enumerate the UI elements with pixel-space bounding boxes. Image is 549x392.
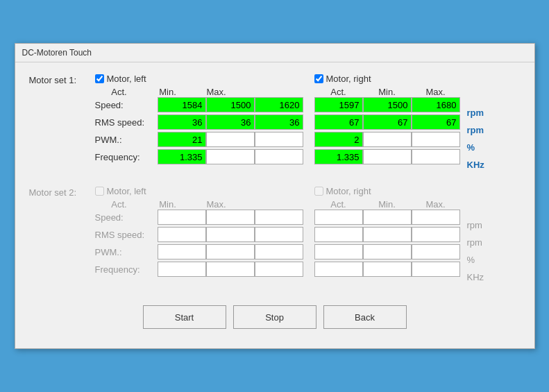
col-header-max-1r: Max. xyxy=(412,87,460,97)
pwm-min-1r xyxy=(363,132,412,147)
pwm-max-1l xyxy=(255,132,303,147)
motor-set-2-right-label: Motor, right xyxy=(326,186,371,196)
pwm-label-1l: PWM.: xyxy=(95,135,158,145)
window-title: DC-Motoren Touch xyxy=(22,48,92,58)
speed-max-1l: 1620 xyxy=(255,97,303,112)
pwm-row-1r: 2 xyxy=(314,132,460,147)
col-header-min-2r: Min. xyxy=(363,199,412,210)
freq-row-2r xyxy=(314,262,460,277)
speed-label-1l: Speed: xyxy=(95,100,158,110)
motor-set-2-section: Motor set 2: Motor, left Act. Min. Max. xyxy=(29,186,521,286)
rms-label-1l: RMS speed: xyxy=(95,117,158,128)
rms-act-1l: 36 xyxy=(158,114,206,130)
speed-row-1l: Speed: 1584 1500 1620 xyxy=(95,97,303,112)
col-header-max-2l: Max. xyxy=(192,199,241,210)
start-button[interactable]: Start xyxy=(143,305,226,329)
speed-act-2l xyxy=(158,210,206,225)
footer: Start Stop Back xyxy=(29,298,521,339)
pwm-max-2r xyxy=(412,244,460,259)
col-header-act-2l: Act. xyxy=(95,199,144,210)
pwm-label-2l: PWM.: xyxy=(95,247,158,257)
rms-max-2l xyxy=(255,227,303,242)
col-header-max-2r: Max. xyxy=(412,199,460,210)
freq-row-1l: Frequency: 1.335 xyxy=(95,149,303,164)
speed-act-1r: 1597 xyxy=(314,97,363,112)
pwm-act-1r: 2 xyxy=(314,132,363,147)
speed-act-1l: 1584 xyxy=(158,97,206,112)
unit-rpm-1b: rpm xyxy=(467,125,484,135)
pwm-act-2l xyxy=(158,244,206,259)
rms-row-2l: RMS speed: xyxy=(95,227,303,242)
unit-khz-1: KHz xyxy=(467,160,484,170)
col-header-min-2l: Min. xyxy=(144,199,192,210)
pwm-row-2r xyxy=(314,244,460,259)
speed-max-1r: 1680 xyxy=(412,97,460,112)
col-header-act-1r: Act. xyxy=(314,87,363,97)
unit-pct-2: % xyxy=(467,255,475,265)
rms-row-1l: RMS speed: 36 36 36 xyxy=(95,114,303,130)
motor-set-1-left-checkbox[interactable] xyxy=(95,74,104,83)
unit-rpm-2b: rpm xyxy=(467,237,482,248)
rms-max-1l: 36 xyxy=(255,114,303,130)
pwm-min-2l xyxy=(206,244,255,259)
motor-set-2-right: Motor, right Act. Min. Max. xyxy=(314,186,460,279)
unit-khz-2: KHz xyxy=(467,272,484,282)
freq-max-1l xyxy=(255,149,303,164)
motor-set-2-left-label: Motor, left xyxy=(107,186,146,196)
title-bar: DC-Motoren Touch xyxy=(15,44,534,62)
speed-min-1r: 1500 xyxy=(363,97,412,112)
pwm-min-1l xyxy=(206,132,255,147)
unit-rpm-2a: rpm xyxy=(467,220,482,230)
rms-max-1r: 67 xyxy=(412,114,460,130)
rms-row-1r: 67 67 67 xyxy=(314,114,460,130)
speed-row-1r: 1597 1500 1680 xyxy=(314,97,460,112)
rms-min-2r xyxy=(363,227,412,242)
motor-set-2-left: Motor, left Act. Min. Max. Speed: xyxy=(95,186,303,279)
freq-max-2l xyxy=(255,262,303,277)
motor-set-1-section: Motor set 1: Motor, left Act. xyxy=(29,74,521,173)
freq-max-1r xyxy=(412,149,460,164)
freq-label-2l: Frequency: xyxy=(95,264,158,275)
pwm-row-2l: PWM.: xyxy=(95,244,303,259)
pwm-min-2r xyxy=(363,244,412,259)
rms-row-2r xyxy=(314,227,460,242)
speed-min-2r xyxy=(363,210,412,225)
rms-min-1r: 67 xyxy=(363,114,412,130)
speed-min-2l xyxy=(206,210,255,225)
stop-button[interactable]: Stop xyxy=(233,305,316,329)
pwm-max-2l xyxy=(255,244,303,259)
rms-min-1l: 36 xyxy=(206,114,255,130)
speed-label-2l: Speed: xyxy=(95,212,158,223)
freq-act-2r xyxy=(314,262,363,277)
freq-label-1l: Frequency: xyxy=(95,152,158,162)
speed-row-2r xyxy=(314,210,460,225)
freq-min-1l xyxy=(206,149,255,164)
back-button[interactable]: Back xyxy=(323,305,407,329)
motor-set-1-label: Motor set 1: xyxy=(29,75,77,85)
col-header-min-1r: Min. xyxy=(363,87,412,97)
motor-set-1-right-checkbox[interactable] xyxy=(314,74,323,83)
rms-label-2l: RMS speed: xyxy=(95,230,158,240)
motor-set-1-right-label: Motor, right xyxy=(326,74,371,84)
rms-act-2r xyxy=(314,227,363,242)
pwm-row-1l: PWM.: 21 xyxy=(95,132,303,147)
speed-act-2r xyxy=(314,210,363,225)
freq-min-2l xyxy=(206,262,255,277)
freq-row-1r: 1.335 xyxy=(314,149,460,164)
col-header-act-1l: Act. xyxy=(95,87,144,97)
pwm-act-1l: 21 xyxy=(158,132,206,147)
freq-max-2r xyxy=(412,262,460,277)
speed-max-2l xyxy=(255,210,303,225)
main-window: DC-Motoren Touch Motor set 1: Motor, lef… xyxy=(15,43,535,349)
motor-set-2-label: Motor set 2: xyxy=(29,187,77,198)
speed-max-2r xyxy=(412,210,460,225)
pwm-act-2r xyxy=(314,244,363,259)
motor-set-2-left-checkbox[interactable] xyxy=(95,187,104,196)
motor-set-1-right: Motor, right Act. Min. Max. 1597 1500 16… xyxy=(314,74,460,167)
pwm-max-1r xyxy=(412,132,460,147)
motor-set-2-right-checkbox[interactable] xyxy=(314,187,323,196)
motor-set-1-left: Motor, left Act. Min. Max. S xyxy=(95,74,303,167)
rms-max-2r xyxy=(412,227,460,242)
freq-row-2l: Frequency: xyxy=(95,262,303,277)
col-header-act-2r: Act. xyxy=(314,199,363,210)
